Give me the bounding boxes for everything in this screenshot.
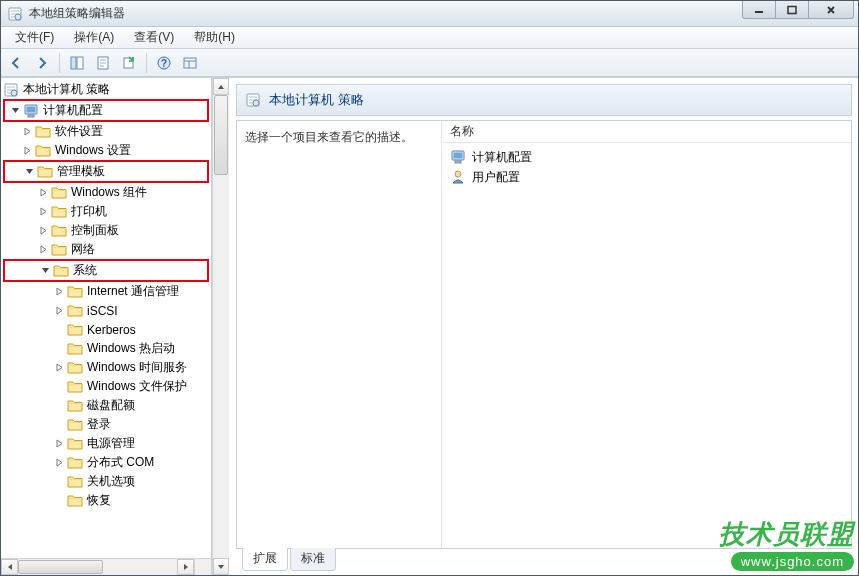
properties-button[interactable] bbox=[91, 51, 115, 75]
folder-icon bbox=[35, 124, 51, 140]
app-icon bbox=[7, 6, 23, 22]
tree-label: Internet 通信管理 bbox=[87, 283, 179, 300]
tree-item-logon[interactable]: 登录 bbox=[1, 415, 211, 434]
tree-item-iscsi[interactable]: iSCSI bbox=[1, 301, 211, 320]
tab-standard[interactable]: 标准 bbox=[290, 548, 336, 571]
expand-icon[interactable] bbox=[53, 305, 65, 317]
column-header-label: 名称 bbox=[450, 123, 474, 140]
scroll-corner bbox=[194, 558, 211, 575]
folder-icon bbox=[67, 284, 83, 300]
tree-item-windows-fileprotect[interactable]: Windows 文件保护 bbox=[1, 377, 211, 396]
tree-label: 恢复 bbox=[87, 492, 111, 509]
tree-item-software-settings[interactable]: 软件设置 bbox=[1, 122, 211, 141]
tree-label: iSCSI bbox=[87, 304, 118, 318]
window-title: 本地组策略编辑器 bbox=[29, 5, 125, 22]
maximize-button[interactable] bbox=[775, 1, 809, 19]
tree-item-kerberos[interactable]: Kerberos bbox=[1, 320, 211, 339]
tree-item-control-panel[interactable]: 控制面板 bbox=[1, 221, 211, 240]
tree-label: 本地计算机 策略 bbox=[23, 81, 110, 98]
expand-icon[interactable] bbox=[53, 286, 65, 298]
scroll-down-button[interactable] bbox=[213, 558, 229, 575]
menu-view[interactable]: 查看(V) bbox=[124, 27, 184, 48]
horizontal-scrollbar[interactable] bbox=[1, 558, 211, 575]
svg-text:?: ? bbox=[161, 58, 167, 69]
folder-icon bbox=[67, 417, 83, 433]
list-item[interactable]: 用户配置 bbox=[442, 167, 851, 187]
menu-action[interactable]: 操作(A) bbox=[64, 27, 124, 48]
content-header: 本地计算机 策略 bbox=[236, 84, 852, 116]
tree-label: 软件设置 bbox=[55, 123, 103, 140]
tree-item-recovery[interactable]: 恢复 bbox=[1, 491, 211, 510]
export-button[interactable] bbox=[117, 51, 141, 75]
help-button[interactable]: ? bbox=[152, 51, 176, 75]
left-pane: 本地计算机 策略 计算机配置 软件设置 bbox=[1, 78, 229, 575]
menubar: 文件(F) 操作(A) 查看(V) 帮助(H) bbox=[1, 27, 858, 49]
folder-icon bbox=[37, 164, 53, 180]
scroll-right-button[interactable] bbox=[177, 559, 194, 575]
tree-item-internet-comm[interactable]: Internet 通信管理 bbox=[1, 282, 211, 301]
tree-item-disk-quota[interactable]: 磁盘配额 bbox=[1, 396, 211, 415]
scroll-thumb[interactable] bbox=[18, 560, 103, 574]
back-button[interactable] bbox=[4, 51, 28, 75]
tree-root-item[interactable]: 本地计算机 策略 bbox=[1, 80, 211, 99]
frame-button[interactable] bbox=[178, 51, 202, 75]
toolbar: ? bbox=[1, 49, 858, 77]
toolbar-separator bbox=[59, 53, 60, 73]
tree-item-network[interactable]: 网络 bbox=[1, 240, 211, 259]
blank-icon bbox=[53, 324, 65, 336]
tree-label: 关机选项 bbox=[87, 473, 135, 490]
show-hide-tree-button[interactable] bbox=[65, 51, 89, 75]
tree-label: 电源管理 bbox=[87, 435, 135, 452]
minimize-button[interactable] bbox=[742, 1, 776, 19]
expand-icon[interactable] bbox=[37, 244, 49, 256]
vertical-scrollbar[interactable] bbox=[212, 78, 229, 575]
policy-icon bbox=[3, 82, 19, 98]
toolbar-separator bbox=[146, 53, 147, 73]
tree-item-windows-hotstart[interactable]: Windows 热启动 bbox=[1, 339, 211, 358]
list-item[interactable]: 计算机配置 bbox=[442, 147, 851, 167]
folder-icon bbox=[67, 455, 83, 471]
highlight-box: 管理模板 bbox=[3, 160, 209, 183]
tree-label: Windows 组件 bbox=[71, 184, 147, 201]
tab-extended[interactable]: 扩展 bbox=[242, 548, 288, 571]
expand-icon[interactable] bbox=[53, 457, 65, 469]
tree-item-dcom[interactable]: 分布式 COM bbox=[1, 453, 211, 472]
collapse-icon[interactable] bbox=[9, 105, 21, 117]
expand-icon[interactable] bbox=[37, 225, 49, 237]
tree-item-computer-config[interactable]: 计算机配置 bbox=[5, 101, 207, 120]
expand-icon[interactable] bbox=[21, 126, 33, 138]
tree-item-windows-components[interactable]: Windows 组件 bbox=[1, 183, 211, 202]
tree-item-windows-time[interactable]: Windows 时间服务 bbox=[1, 358, 211, 377]
tree-item-shutdown[interactable]: 关机选项 bbox=[1, 472, 211, 491]
folder-icon bbox=[67, 360, 83, 376]
menu-help[interactable]: 帮助(H) bbox=[184, 27, 245, 48]
scroll-up-button[interactable] bbox=[213, 78, 229, 95]
expand-icon[interactable] bbox=[37, 187, 49, 199]
column-header-name[interactable]: 名称 bbox=[442, 121, 851, 143]
blank-icon bbox=[53, 343, 65, 355]
forward-button[interactable] bbox=[30, 51, 54, 75]
tree-label: Windows 热启动 bbox=[87, 340, 175, 357]
tree-item-printers[interactable]: 打印机 bbox=[1, 202, 211, 221]
tree-label: 登录 bbox=[87, 416, 111, 433]
tree-label: Windows 设置 bbox=[55, 142, 131, 159]
expand-icon[interactable] bbox=[53, 362, 65, 374]
blank-icon bbox=[53, 495, 65, 507]
tree-item-admin-templates[interactable]: 管理模板 bbox=[5, 162, 207, 181]
tree-view[interactable]: 本地计算机 策略 计算机配置 软件设置 bbox=[1, 78, 211, 558]
expand-icon[interactable] bbox=[37, 206, 49, 218]
collapse-icon[interactable] bbox=[23, 166, 35, 178]
scroll-thumb[interactable] bbox=[214, 95, 228, 175]
expand-icon[interactable] bbox=[53, 438, 65, 450]
collapse-icon[interactable] bbox=[39, 265, 51, 277]
scroll-left-button[interactable] bbox=[1, 559, 18, 575]
tree-item-system[interactable]: 系统 bbox=[5, 261, 207, 280]
close-button[interactable] bbox=[808, 1, 854, 19]
tree-item-windows-settings[interactable]: Windows 设置 bbox=[1, 141, 211, 160]
menu-file[interactable]: 文件(F) bbox=[5, 27, 64, 48]
tree-label: 管理模板 bbox=[57, 163, 105, 180]
tree-item-power[interactable]: 电源管理 bbox=[1, 434, 211, 453]
expand-icon[interactable] bbox=[21, 145, 33, 157]
tree-label: 计算机配置 bbox=[43, 102, 103, 119]
folder-icon bbox=[35, 143, 51, 159]
